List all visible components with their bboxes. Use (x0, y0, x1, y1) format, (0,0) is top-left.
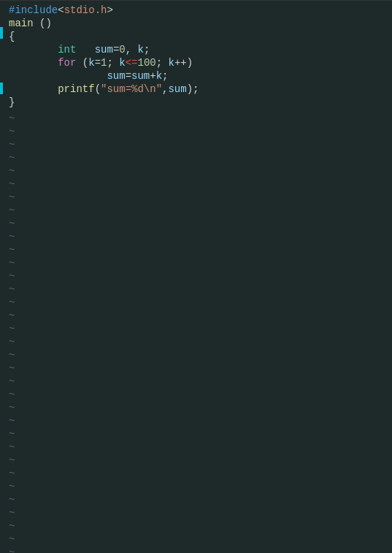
tilde-8: ~ (9, 204, 392, 217)
code-content[interactable]: #include<stdio.h> main () { int sum=0, k… (4, 2, 392, 553)
tilde-12: ~ (9, 256, 392, 270)
tilde-19: ~ (9, 348, 392, 362)
tilde-4: ~ (9, 151, 392, 164)
tilde-32: ~ (9, 519, 392, 533)
tilde-6: ~ (9, 178, 392, 191)
tilde-14: ~ (9, 283, 392, 296)
one-literal: 1 (101, 56, 107, 69)
tilde-29: ~ (9, 480, 392, 493)
tilde-1: ~ (9, 112, 392, 125)
code-line-include: #include<stdio.h> (9, 4, 392, 17)
tilde-26: ~ (9, 441, 392, 454)
printf-func: printf (58, 83, 94, 96)
code-line-int-decl: int sum=0, k; (9, 43, 392, 56)
tilde-11: ~ (9, 243, 392, 256)
tilde-23: ~ (9, 401, 392, 414)
tilde-5: ~ (9, 164, 392, 178)
code-line-main: main () (9, 17, 392, 30)
line-indicator (0, 2, 4, 553)
tilde-7: ~ (9, 191, 392, 204)
tilde-31: ~ (9, 506, 392, 519)
code-line-close-brace: } (9, 96, 392, 109)
code-line-printf: printf("sum=%d\n",sum); (9, 83, 392, 96)
lte-operator: <= (126, 56, 138, 69)
tilde-17: ~ (9, 322, 392, 335)
cursor-bar-top (0, 27, 3, 39)
tilde-20: ~ (9, 362, 392, 375)
k-cond: k (119, 56, 125, 69)
tilde-16: ~ (9, 309, 392, 322)
tilde-10: ~ (9, 230, 392, 243)
tilde-34: ~ (9, 546, 392, 553)
int-keyword: int (58, 43, 76, 56)
tilde-18: ~ (9, 335, 392, 348)
sum-var-2: sum (107, 69, 125, 83)
sum-var-4: sum (168, 83, 186, 96)
code-line-open-brace: { (9, 30, 392, 43)
code-line-sum-assign: sum=sum+k; (9, 69, 392, 83)
tilde-13: ~ (9, 270, 392, 283)
tilde-28: ~ (9, 467, 392, 480)
tilde-24: ~ (9, 414, 392, 427)
tilde-15: ~ (9, 296, 392, 309)
for-keyword: for (58, 56, 76, 69)
include-keyword: #include (9, 4, 58, 17)
tilde-3: ~ (9, 138, 392, 151)
k-var: k (138, 43, 144, 56)
format-string: "sum=%d\n" (101, 83, 162, 96)
sum-var: sum (95, 43, 113, 56)
tilde-lines: ~ ~ ~ ~ ~ ~ ~ ~ ~ ~ ~ ~ ~ ~ ~ ~ ~ ~ ~ ~ (9, 112, 392, 553)
cursor-bar-bottom (0, 83, 3, 94)
hundred-literal: 100 (138, 56, 156, 69)
tilde-22: ~ (9, 388, 392, 401)
tilde-25: ~ (9, 427, 392, 441)
tilde-21: ~ (9, 375, 392, 388)
tilde-30: ~ (9, 493, 392, 506)
k-var-2: k (156, 69, 162, 83)
code-area[interactable]: #include<stdio.h> main () { int sum=0, k… (0, 1, 392, 553)
code-line-for: for (k=1; k<=100; k++) (9, 56, 392, 69)
k-incr: k (169, 56, 174, 69)
tilde-33: ~ (9, 533, 392, 546)
sum-var-3: sum (131, 69, 150, 83)
header-name: stdio.h (64, 4, 107, 17)
main-keyword: main (9, 17, 34, 30)
zero-literal: 0 (119, 43, 125, 56)
k-var-for: k (88, 56, 94, 69)
tilde-9: ~ (9, 217, 392, 230)
tilde-2: ~ (9, 125, 392, 138)
tilde-27: ~ (9, 454, 392, 467)
editor-container: #include<stdio.h> main () { int sum=0, k… (0, 0, 392, 553)
